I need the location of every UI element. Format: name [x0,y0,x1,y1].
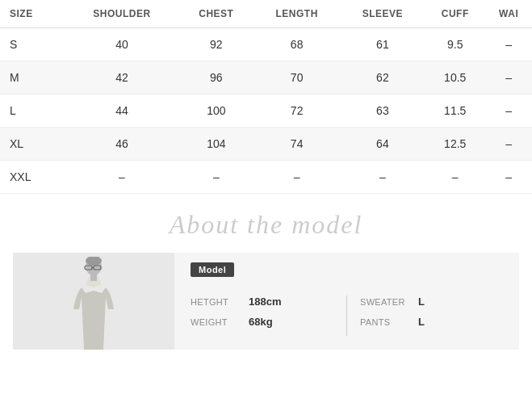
cell-shoulder: 44 [65,94,179,128]
sweater-row: SWEATER L [360,296,503,308]
about-title: About the model [13,210,519,240]
cell-chest: 92 [179,28,253,61]
size-table: SIZE SHOULDER CHEST LENGTH SLEEVE CUFF W… [0,0,532,194]
stats-divider [346,296,347,336]
cell-cuff: 9.5 [425,28,485,61]
cell-chest: 96 [179,61,253,94]
model-stats: HETGHT 188cm WEIGHT 68kg SWEATER L [191,296,503,336]
cell-cuff: – [425,161,485,194]
stats-left: HETGHT 188cm WEIGHT 68kg [191,296,333,336]
cell-cuff: 11.5 [425,94,485,128]
cell-sleeve: 63 [341,94,425,128]
about-section: About the model [0,194,532,363]
model-badge: Model [191,262,234,277]
model-image-area [13,253,174,350]
sweater-value: L [418,296,425,308]
model-figure [13,253,174,350]
cell-cuff: 10.5 [425,61,485,94]
table-row: XL46104746412.5– [0,128,532,161]
height-value: 188cm [249,296,281,308]
cell-chest: 104 [179,128,253,161]
cell-length: 68 [253,28,341,61]
cell-sleeve: – [341,161,425,194]
svg-rect-5 [90,275,97,281]
model-silhouette-icon [61,257,126,350]
cell-chest: – [179,161,253,194]
model-card: Model HETGHT 188cm WEIGHT 68kg SWEATER [13,253,519,350]
table-row: S409268619.5– [0,28,532,61]
col-header-shoulder: SHOULDER [65,0,179,28]
pants-row: PANTS L [360,316,503,328]
cell-sleeve: 64 [341,128,425,161]
cell-size: XXL [0,161,65,194]
table-row: XXL–––––– [0,161,532,194]
cell-length: 70 [253,61,341,94]
cell-shoulder: 40 [65,28,179,61]
col-header-wai: WAI [485,0,532,28]
cell-shoulder: 46 [65,128,179,161]
weight-row: WEIGHT 68kg [191,316,333,328]
model-info-area: Model HETGHT 188cm WEIGHT 68kg SWEATER [174,253,519,350]
cell-size: S [0,28,65,61]
cell-wai: – [485,94,532,128]
weight-value: 68kg [249,316,273,328]
cell-wai: – [485,161,532,194]
cell-size: L [0,94,65,128]
cell-size: XL [0,128,65,161]
cell-length: 74 [253,128,341,161]
table-row: L44100726311.5– [0,94,532,128]
cell-wai: – [485,28,532,61]
cell-shoulder: – [65,161,179,194]
cell-wai: – [485,61,532,94]
cell-sleeve: 62 [341,61,425,94]
cell-cuff: 12.5 [425,128,485,161]
cell-length: – [253,161,341,194]
cell-size: M [0,61,65,94]
cell-shoulder: 42 [65,61,179,94]
col-header-chest: CHEST [179,0,253,28]
height-row: HETGHT 188cm [191,296,333,308]
cell-chest: 100 [179,94,253,128]
col-header-sleeve: SLEEVE [341,0,425,28]
sweater-label: SWEATER [360,297,408,307]
col-header-cuff: CUFF [425,0,485,28]
cell-length: 72 [253,94,341,128]
pants-value: L [418,316,425,328]
pants-label: PANTS [360,317,408,327]
table-row: M4296706210.5– [0,61,532,94]
weight-label: WEIGHT [191,317,239,327]
col-header-size: SIZE [0,0,65,28]
cell-wai: – [485,128,532,161]
col-header-length: LENGTH [253,0,341,28]
height-label: HETGHT [191,297,239,307]
stats-right: SWEATER L PANTS L [360,296,503,336]
cell-sleeve: 61 [341,28,425,61]
